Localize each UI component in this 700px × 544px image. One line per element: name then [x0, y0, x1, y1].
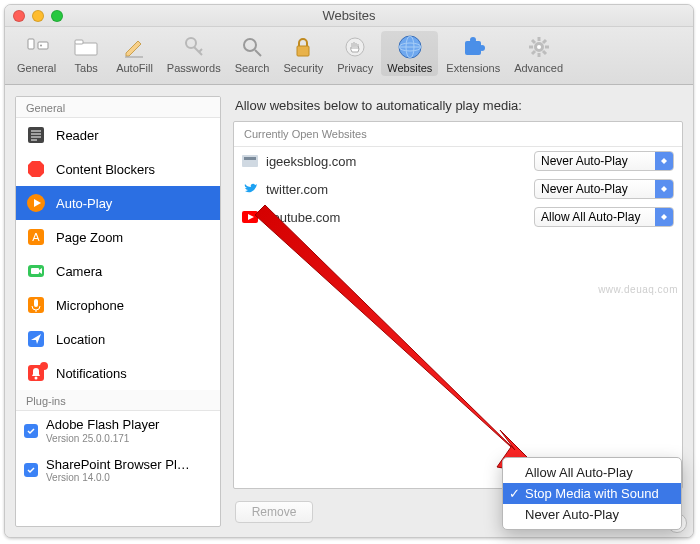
play-icon: [26, 193, 46, 213]
key-icon: [180, 33, 208, 61]
list-group-header: Currently Open Websites: [234, 122, 682, 147]
website-name: twitter.com: [266, 182, 526, 197]
svg-point-19: [479, 45, 485, 51]
bell-icon: [26, 363, 46, 383]
svg-line-8: [199, 49, 202, 52]
autoplay-select[interactable]: Allow All Auto-Play: [534, 207, 674, 227]
sidebar-item-label: Auto-Play: [56, 196, 112, 211]
tab-privacy[interactable]: Privacy: [331, 31, 379, 76]
remove-button[interactable]: Remove: [235, 501, 313, 523]
stepper-icon: [655, 208, 673, 226]
tab-general[interactable]: General: [11, 31, 62, 76]
svg-line-28: [543, 40, 546, 43]
preferences-toolbar: General Tabs AutoFill Passwords Search: [5, 27, 693, 85]
plugin-version: Version 25.0.0.171: [46, 433, 159, 445]
svg-rect-50: [242, 155, 258, 167]
default-policy-menu: Allow All Auto-Play ✓ Stop Media with So…: [502, 457, 682, 530]
menu-item-never[interactable]: Never Auto-Play: [503, 504, 681, 525]
hand-icon: [341, 33, 369, 61]
sidebar-item-label: Microphone: [56, 298, 124, 313]
sidebar-item-label: Camera: [56, 264, 102, 279]
sidebar-item-reader[interactable]: Reader: [16, 118, 220, 152]
website-list: Currently Open Websites igeeksblog.com N…: [233, 121, 683, 489]
notification-badge: [40, 362, 48, 370]
website-row[interactable]: twitter.com Never Auto-Play: [234, 175, 682, 203]
plugin-item-flash[interactable]: Adobe Flash Player Version 25.0.0.171: [16, 411, 220, 451]
globe-icon: [396, 33, 424, 61]
svg-point-2: [40, 45, 42, 47]
tab-autofill[interactable]: AutoFill: [110, 31, 159, 76]
website-row[interactable]: igeeksblog.com Never Auto-Play: [234, 147, 682, 175]
svg-line-10: [255, 50, 261, 56]
sidebar-item-label: Location: [56, 332, 105, 347]
stepper-icon: [655, 180, 673, 198]
plugin-checkbox[interactable]: [24, 463, 38, 477]
favicon-igeeksblog: [242, 153, 258, 169]
camera-icon: [26, 261, 46, 281]
website-name: igeeksblog.com: [266, 154, 526, 169]
titlebar: Websites: [5, 5, 693, 27]
svg-rect-3: [75, 43, 97, 55]
tab-websites[interactable]: Websites: [381, 31, 438, 76]
tab-advanced[interactable]: Advanced: [508, 31, 569, 76]
stop-icon: [26, 159, 46, 179]
sidebar-item-location[interactable]: Location: [16, 322, 220, 356]
website-name: youtube.com: [266, 210, 526, 225]
svg-rect-11: [297, 46, 309, 56]
sidebar: General Reader Content Blockers Auto-Pla…: [15, 96, 221, 527]
sidebar-item-label: Content Blockers: [56, 162, 155, 177]
autoplay-select[interactable]: Never Auto-Play: [534, 179, 674, 199]
pencil-icon: [120, 33, 148, 61]
tabs-icon: [72, 33, 100, 61]
zoom-window-button[interactable]: [51, 10, 63, 22]
tab-security[interactable]: Security: [277, 31, 329, 76]
gear-icon: [525, 33, 553, 61]
tab-passwords[interactable]: Passwords: [161, 31, 227, 76]
svg-rect-30: [28, 127, 44, 143]
zoom-icon: A: [26, 227, 46, 247]
svg-text:A: A: [32, 231, 40, 243]
minimize-window-button[interactable]: [32, 10, 44, 22]
sidebar-item-label: Page Zoom: [56, 230, 123, 245]
sidebar-item-label: Notifications: [56, 366, 127, 381]
sidebar-group-general: General: [16, 97, 220, 118]
svg-rect-4: [75, 40, 83, 44]
plugin-name: Adobe Flash Player: [46, 417, 159, 433]
menu-item-allow-all[interactable]: Allow All Auto-Play: [503, 462, 681, 483]
window-title: Websites: [322, 8, 375, 23]
reader-icon: [26, 125, 46, 145]
svg-rect-0: [28, 39, 34, 49]
close-window-button[interactable]: [13, 10, 25, 22]
autoplay-select[interactable]: Never Auto-Play: [534, 151, 674, 171]
sidebar-item-notifications[interactable]: Notifications: [16, 356, 220, 390]
plugin-version: Version 14.0.0: [46, 472, 190, 484]
search-icon: [238, 33, 266, 61]
sidebar-item-camera[interactable]: Camera: [16, 254, 220, 288]
tab-extensions[interactable]: Extensions: [440, 31, 506, 76]
svg-rect-1: [38, 42, 48, 49]
tab-search[interactable]: Search: [229, 31, 276, 76]
favicon-twitter: [242, 181, 258, 197]
sidebar-item-auto-play[interactable]: Auto-Play: [16, 186, 220, 220]
tab-tabs[interactable]: Tabs: [64, 31, 108, 76]
plugin-checkbox[interactable]: [24, 424, 38, 438]
menu-item-stop-sound[interactable]: ✓ Stop Media with Sound: [503, 483, 681, 504]
svg-marker-35: [28, 161, 44, 177]
svg-rect-17: [465, 41, 481, 55]
svg-line-27: [532, 51, 535, 54]
favicon-youtube: [242, 209, 258, 225]
svg-rect-41: [31, 268, 39, 274]
sidebar-item-microphone[interactable]: Microphone: [16, 288, 220, 322]
switch-icon: [23, 33, 51, 61]
sidebar-item-content-blockers[interactable]: Content Blockers: [16, 152, 220, 186]
sidebar-item-label: Reader: [56, 128, 99, 143]
svg-point-49: [35, 377, 38, 380]
microphone-icon: [26, 295, 46, 315]
website-row[interactable]: youtube.com Allow All Auto-Play: [234, 203, 682, 231]
svg-point-18: [470, 37, 476, 43]
watermark: www.deuaq.com: [598, 284, 678, 295]
svg-point-9: [244, 39, 256, 51]
sidebar-item-page-zoom[interactable]: A Page Zoom: [16, 220, 220, 254]
plugin-item-sharepoint[interactable]: SharePoint Browser Pl… Version 14.0.0: [16, 451, 220, 491]
window-controls: [13, 10, 63, 22]
